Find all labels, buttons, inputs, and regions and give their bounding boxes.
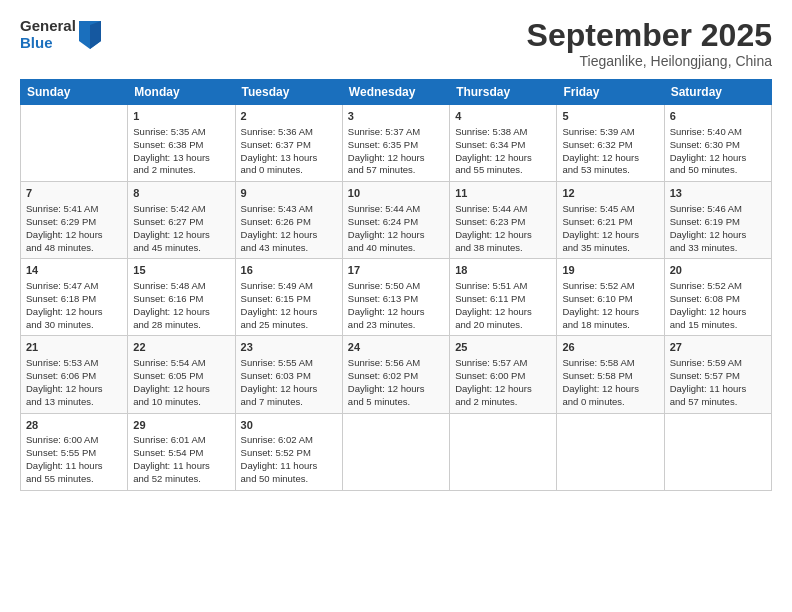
- table-row: 9Sunrise: 5:43 AMSunset: 6:26 PMDaylight…: [235, 182, 342, 259]
- day-info: and 30 minutes.: [26, 319, 122, 332]
- day-info: and 57 minutes.: [670, 396, 766, 409]
- day-info: Sunrise: 5:51 AM: [455, 280, 551, 293]
- day-info: Daylight: 12 hours: [133, 383, 229, 396]
- table-row: 29Sunrise: 6:01 AMSunset: 5:54 PMDayligh…: [128, 413, 235, 490]
- day-info: and 13 minutes.: [26, 396, 122, 409]
- day-info: and 55 minutes.: [26, 473, 122, 486]
- day-info: Sunset: 6:37 PM: [241, 139, 337, 152]
- day-info: Sunset: 5:55 PM: [26, 447, 122, 460]
- day-info: Sunrise: 5:58 AM: [562, 357, 658, 370]
- day-number: 4: [455, 109, 551, 124]
- day-info: Sunset: 6:19 PM: [670, 216, 766, 229]
- day-info: Sunset: 6:26 PM: [241, 216, 337, 229]
- day-info: and 40 minutes.: [348, 242, 444, 255]
- day-info: Sunrise: 5:40 AM: [670, 126, 766, 139]
- day-info: Sunrise: 5:47 AM: [26, 280, 122, 293]
- logo-general: General: [20, 18, 76, 35]
- day-info: Sunset: 6:30 PM: [670, 139, 766, 152]
- day-info: Sunrise: 5:44 AM: [348, 203, 444, 216]
- day-info: Daylight: 12 hours: [241, 306, 337, 319]
- day-number: 3: [348, 109, 444, 124]
- day-number: 5: [562, 109, 658, 124]
- day-info: and 0 minutes.: [241, 164, 337, 177]
- day-info: Sunrise: 5:44 AM: [455, 203, 551, 216]
- day-number: 24: [348, 340, 444, 355]
- calendar-week-row: 7Sunrise: 5:41 AMSunset: 6:29 PMDaylight…: [21, 182, 772, 259]
- day-info: Sunrise: 5:46 AM: [670, 203, 766, 216]
- day-info: and 48 minutes.: [26, 242, 122, 255]
- col-thursday: Thursday: [450, 80, 557, 105]
- day-info: Sunset: 6:29 PM: [26, 216, 122, 229]
- day-info: and 33 minutes.: [670, 242, 766, 255]
- col-monday: Monday: [128, 80, 235, 105]
- day-info: and 50 minutes.: [241, 473, 337, 486]
- day-info: Sunset: 6:15 PM: [241, 293, 337, 306]
- table-row: 11Sunrise: 5:44 AMSunset: 6:23 PMDayligh…: [450, 182, 557, 259]
- table-row: 19Sunrise: 5:52 AMSunset: 6:10 PMDayligh…: [557, 259, 664, 336]
- day-info: Daylight: 12 hours: [26, 306, 122, 319]
- day-number: 26: [562, 340, 658, 355]
- day-number: 15: [133, 263, 229, 278]
- day-info: and 28 minutes.: [133, 319, 229, 332]
- day-info: Sunrise: 5:42 AM: [133, 203, 229, 216]
- logo-blue: Blue: [20, 35, 76, 52]
- day-number: 2: [241, 109, 337, 124]
- table-row: 13Sunrise: 5:46 AMSunset: 6:19 PMDayligh…: [664, 182, 771, 259]
- day-info: and 25 minutes.: [241, 319, 337, 332]
- day-number: 8: [133, 186, 229, 201]
- logo: General Blue: [20, 18, 101, 51]
- day-info: Sunrise: 5:45 AM: [562, 203, 658, 216]
- day-info: Daylight: 12 hours: [670, 229, 766, 242]
- day-number: 1: [133, 109, 229, 124]
- calendar-table: Sunday Monday Tuesday Wednesday Thursday…: [20, 79, 772, 490]
- day-info: Daylight: 12 hours: [133, 306, 229, 319]
- day-info: Daylight: 12 hours: [670, 306, 766, 319]
- table-row: 1Sunrise: 5:35 AMSunset: 6:38 PMDaylight…: [128, 105, 235, 182]
- day-info: and 45 minutes.: [133, 242, 229, 255]
- table-row: [450, 413, 557, 490]
- table-row: 28Sunrise: 6:00 AMSunset: 5:55 PMDayligh…: [21, 413, 128, 490]
- table-row: 6Sunrise: 5:40 AMSunset: 6:30 PMDaylight…: [664, 105, 771, 182]
- day-info: Daylight: 12 hours: [455, 152, 551, 165]
- day-info: Daylight: 11 hours: [241, 460, 337, 473]
- day-number: 6: [670, 109, 766, 124]
- day-info: Sunset: 6:27 PM: [133, 216, 229, 229]
- day-info: Sunrise: 5:54 AM: [133, 357, 229, 370]
- day-info: Daylight: 12 hours: [562, 229, 658, 242]
- day-info: Sunset: 6:38 PM: [133, 139, 229, 152]
- day-info: and 10 minutes.: [133, 396, 229, 409]
- col-wednesday: Wednesday: [342, 80, 449, 105]
- day-info: Sunset: 5:58 PM: [562, 370, 658, 383]
- day-info: and 35 minutes.: [562, 242, 658, 255]
- day-info: Daylight: 12 hours: [455, 229, 551, 242]
- day-info: Sunset: 6:34 PM: [455, 139, 551, 152]
- day-number: 17: [348, 263, 444, 278]
- day-info: Sunrise: 5:49 AM: [241, 280, 337, 293]
- table-row: 17Sunrise: 5:50 AMSunset: 6:13 PMDayligh…: [342, 259, 449, 336]
- title-block: September 2025 Tieganlike, Heilongjiang,…: [527, 18, 772, 69]
- day-number: 11: [455, 186, 551, 201]
- day-info: and 50 minutes.: [670, 164, 766, 177]
- day-info: Sunset: 5:52 PM: [241, 447, 337, 460]
- day-info: Sunrise: 5:36 AM: [241, 126, 337, 139]
- day-info: Sunrise: 5:43 AM: [241, 203, 337, 216]
- table-row: 23Sunrise: 5:55 AMSunset: 6:03 PMDayligh…: [235, 336, 342, 413]
- col-saturday: Saturday: [664, 80, 771, 105]
- day-info: and 7 minutes.: [241, 396, 337, 409]
- day-info: and 52 minutes.: [133, 473, 229, 486]
- col-sunday: Sunday: [21, 80, 128, 105]
- table-row: 14Sunrise: 5:47 AMSunset: 6:18 PMDayligh…: [21, 259, 128, 336]
- day-number: 7: [26, 186, 122, 201]
- day-info: Daylight: 12 hours: [562, 383, 658, 396]
- logo-text: General Blue: [20, 18, 76, 51]
- table-row: 4Sunrise: 5:38 AMSunset: 6:34 PMDaylight…: [450, 105, 557, 182]
- day-info: and 18 minutes.: [562, 319, 658, 332]
- day-info: Sunset: 6:21 PM: [562, 216, 658, 229]
- day-info: Daylight: 12 hours: [133, 229, 229, 242]
- day-info: Sunset: 6:06 PM: [26, 370, 122, 383]
- day-info: Daylight: 12 hours: [562, 152, 658, 165]
- day-info: Daylight: 12 hours: [670, 152, 766, 165]
- table-row: 27Sunrise: 5:59 AMSunset: 5:57 PMDayligh…: [664, 336, 771, 413]
- day-info: and 55 minutes.: [455, 164, 551, 177]
- table-row: 18Sunrise: 5:51 AMSunset: 6:11 PMDayligh…: [450, 259, 557, 336]
